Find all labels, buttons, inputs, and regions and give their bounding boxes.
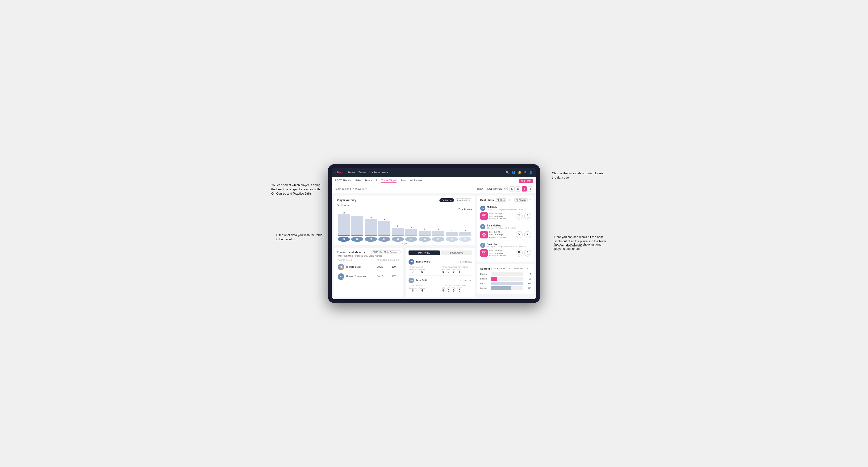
player-filter-chevron[interactable]: ▼ [529, 199, 531, 201]
bar-5[interactable] [405, 229, 417, 236]
app-stat-1: APP 0 [447, 269, 450, 274]
activity-card-2: RB Rees Britt 02 Sep 2023 Total Rounds [408, 276, 472, 294]
practice-dropdown[interactable]: PUTT Must Make Putting ... [371, 250, 401, 254]
bar-4[interactable] [392, 228, 404, 236]
gtt-val-1: 0 [441, 270, 445, 274]
tournament-val-1: 7 [408, 270, 417, 274]
tab-most-active[interactable]: Most Active [408, 250, 440, 255]
practice-activities-stat-2: Total Practice Activities GTT 0 APP [441, 285, 472, 292]
bar-7[interactable] [432, 231, 444, 236]
shot-arrow-0[interactable]: › [530, 207, 531, 210]
people-icon[interactable]: 👥 [512, 170, 516, 174]
nav-link-home[interactable]: Home [348, 171, 355, 174]
bar-0[interactable] [338, 214, 350, 236]
activity-stats-1: Total Rounds Tournament 7 Practice [408, 266, 472, 274]
nav-link-teams[interactable]: Teams [359, 171, 366, 174]
view-list-icon[interactable]: ≡ [528, 186, 533, 191]
shot-dist1-num-0: 67 [518, 214, 520, 217]
bar-value-7: 3 [438, 228, 439, 230]
shot-badge-1: 200 SG [480, 231, 488, 239]
practice-header: Practice Leaderboards PUTT Must Make Put… [337, 250, 401, 254]
shot-arrow-2[interactable]: › [530, 244, 531, 247]
add-team-button[interactable]: Add Team [519, 179, 533, 183]
right-panel: Best Shots All Shots ▼ All Players ▼ MM … [477, 195, 534, 297]
activity-stats-2: Total Rounds Tournament 8 Practice [408, 285, 472, 292]
view-heart-icon[interactable]: ♥ [522, 186, 527, 191]
bar-3[interactable] [378, 221, 390, 236]
practice-activities-label-1: Total Practice Activities [441, 266, 472, 268]
scoring-label-0: Eagles [480, 273, 490, 275]
chart-avatar-5: BI [405, 237, 417, 242]
scoring-players-chevron[interactable]: ▼ [526, 268, 529, 270]
shot-player-name-1: Blair McHarg [487, 224, 529, 227]
player-avg-1: 110 [388, 266, 400, 268]
all-players-filter[interactable]: All Players [515, 198, 528, 201]
bar-6[interactable] [418, 231, 431, 236]
activity-card-1: BM Blair McHarg 26 Aug 2023 Total Rounds [408, 257, 472, 276]
bar-9[interactable] [459, 232, 471, 236]
shot-player-name-2: David Ford [487, 243, 529, 246]
player-name-2: Edward Crossman [346, 275, 372, 278]
tab-pga[interactable]: PGA [355, 179, 361, 182]
tab-least-active[interactable]: Least Active [441, 250, 472, 255]
putt-val-2: 0 [457, 289, 462, 292]
shot-badge-num-2: 198 [482, 251, 486, 253]
shot-dist1-unit-1: yds [518, 235, 520, 237]
view-grid-icon[interactable]: ⊞ [509, 186, 515, 191]
col-pb-score: PB SCORE [376, 259, 388, 261]
tab-pgat-players[interactable]: PGAT Players [335, 179, 351, 182]
bar-chart: 1312109543322 MCBRFOCOEBBIBUMICRRO Playe… [337, 212, 472, 243]
bell-icon[interactable]: 🔔 [518, 170, 522, 174]
scoring-filter-players[interactable]: All Players [512, 267, 525, 270]
bar-8[interactable] [446, 232, 458, 236]
shot-details-1: 200 SG Shot Dist: 43 yds Start Lie: Roug… [480, 231, 531, 239]
shot-desc-line2-0: Start Lie: Rough [489, 215, 514, 217]
toggle-on-course[interactable]: On Course [439, 198, 454, 202]
scoring-filter-chevron[interactable]: ▼ [508, 268, 510, 270]
total-rounds-label: Total Rounds [459, 208, 472, 211]
bar-value-6: 3 [424, 228, 425, 230]
show-dropdown[interactable]: Last 3 months Last 6 months Last year [485, 187, 507, 191]
edit-icon[interactable]: ✏ [365, 187, 367, 190]
tab-all-players[interactable]: All Players [410, 179, 423, 182]
bar-highlight-3 [378, 235, 390, 236]
scoring-filter-pars[interactable]: Par 3, 4 & 5s [491, 267, 507, 270]
bar-1[interactable] [351, 216, 363, 236]
main-content: Player Activity On Course Practice Drill… [332, 193, 536, 299]
search-icon[interactable]: 🔍 [505, 170, 509, 174]
shot-card-0[interactable]: MM Matt Miller 09 Jun 2023 · Royal North… [480, 204, 531, 222]
toggle-practice-drills[interactable]: Practice Drills [455, 198, 472, 202]
all-shots-filter[interactable]: All Shots [495, 198, 507, 201]
scoring-bar-wrap-0 [491, 272, 523, 276]
bar-col-4: 5 [392, 225, 404, 236]
shot-desc-line2-1: Start Lie: Rough [489, 233, 514, 236]
rounds-label-2: Total Rounds [408, 285, 439, 287]
tab-team-clippd[interactable]: Team Clippd [381, 179, 397, 183]
scoring-bar-2 [491, 282, 523, 285]
nav-icons: 🔍 👥 🔔 ⊕ 👤 [505, 170, 533, 174]
shot-avatar-1: BM [480, 224, 486, 229]
nav-link-performance[interactable]: My Performance [369, 171, 389, 174]
shot-card-2[interactable]: DF David Ford 24 Aug 2023 · Royal North … [480, 241, 531, 259]
shot-desc-0: Shot Dist: 67 yds Start Lie: Rough End L… [489, 212, 514, 220]
tab-hcaps[interactable]: Hcaps 1-5 [365, 179, 377, 182]
person-icon[interactable]: 👤 [529, 170, 533, 174]
best-shots-title: Best Shots [480, 198, 494, 201]
putt-stat-2: PUTT 0 [457, 287, 462, 292]
scoring-label-3: Bogeys [480, 287, 490, 289]
plus-circle-icon[interactable]: ⊕ [524, 170, 526, 174]
bar-2[interactable] [365, 219, 377, 236]
app-val-1: 0 [447, 270, 450, 274]
leaderboard-row-1[interactable]: RB 1 Richard Butler 19/20 110 [337, 262, 401, 272]
tab-tour[interactable]: Tour [401, 179, 406, 182]
view-grid2-icon[interactable]: ▦ [516, 186, 521, 191]
activity-card-1-header: BM Blair McHarg 26 Aug 2023 [408, 259, 472, 264]
shot-arrow-1[interactable]: › [530, 225, 531, 228]
shot-card-1[interactable]: BM Blair McHarg 23 Jul 2023 · Ashridge G… [480, 222, 531, 241]
leaderboard-row-2[interactable]: EC 2 Edward Crossman 18/20 107 [337, 272, 401, 281]
bar-col-7: 3 [432, 228, 444, 236]
all-shots-chevron[interactable]: ▼ [508, 199, 510, 201]
player-avg-2: 107 [388, 275, 400, 278]
practice-title: Practice Leaderboards [337, 251, 365, 253]
putt-val-1: 1 [457, 270, 462, 274]
